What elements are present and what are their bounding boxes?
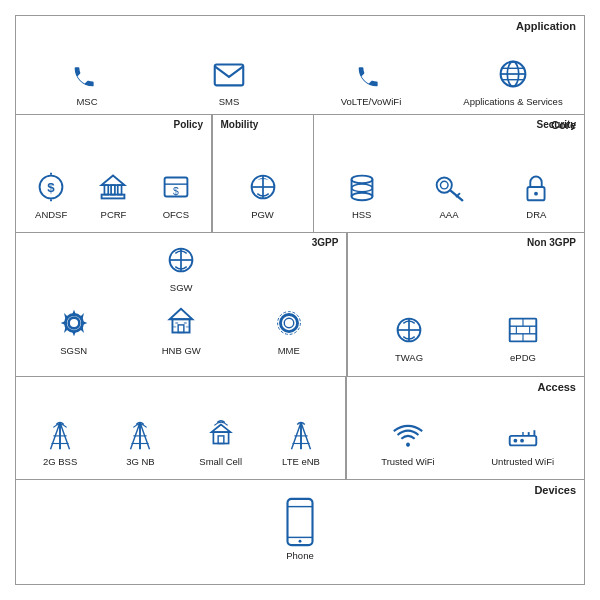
security-label: Security	[537, 119, 576, 130]
svg-rect-39	[178, 325, 184, 333]
svg-rect-10	[112, 185, 116, 195]
icon-hss: HSS	[318, 168, 405, 226]
icon-untrustedwifi: Untrusted WiFi	[465, 415, 580, 473]
row-application: Application MSC SMS VoLTE/VoWiFi	[16, 16, 584, 115]
sgsn-label: SGSN	[60, 345, 87, 356]
svg-point-85	[299, 540, 302, 543]
icon-hnbgw: HNB GW	[127, 304, 234, 362]
ofcs-icon: $	[157, 168, 195, 206]
svg-point-25	[437, 177, 452, 192]
svg-point-34	[68, 317, 79, 328]
epdg-icon	[504, 311, 542, 349]
devices-label: Devices	[534, 484, 576, 496]
3g-tower-icon	[121, 415, 159, 453]
gear-icon	[55, 304, 93, 342]
access-left: 2G BSS 3G NB	[16, 377, 345, 480]
svg-point-19	[351, 176, 372, 184]
lock-icon	[517, 168, 555, 206]
icon-smallcell: Small Cell	[181, 415, 261, 473]
svg-rect-11	[118, 185, 122, 195]
icon-andsf: $ ANDSF	[20, 168, 82, 226]
icon-sgsn: SGSN	[20, 304, 127, 362]
icon-sgw: SGW	[141, 241, 221, 299]
svg-point-45	[284, 318, 294, 328]
non3gpp-label: Non 3GPP	[527, 237, 576, 248]
icon-volte: VoLTE/VoWiFi	[300, 16, 442, 114]
hss-label: HSS	[352, 209, 372, 220]
andsf-icon: $	[32, 168, 70, 206]
aaa-label: AAA	[439, 209, 458, 220]
svg-rect-42	[173, 326, 177, 328]
svg-point-78	[520, 439, 524, 443]
icon-pgw: PGW	[217, 168, 309, 226]
svg-point-24	[351, 184, 372, 192]
svg-rect-43	[186, 326, 190, 328]
icon-sms: SMS	[158, 16, 300, 114]
house-wall-icon	[162, 304, 200, 342]
pgw-icon	[244, 168, 282, 206]
bank-icon	[94, 168, 132, 206]
policy-label: Policy	[174, 119, 203, 130]
3gpp-panel: 3GPP SGW	[16, 233, 346, 375]
svg-point-30	[534, 192, 538, 196]
row-access: Access 2G BSS	[16, 377, 584, 481]
svg-point-36	[69, 318, 79, 328]
sgw-icon	[162, 241, 200, 279]
mobility-label: Mobility	[221, 119, 259, 130]
main-diagram: Application MSC SMS VoLTE/VoWiFi	[15, 15, 585, 585]
envelope-icon	[210, 55, 248, 93]
svg-point-26	[440, 181, 448, 189]
sms-label: SMS	[219, 96, 240, 107]
volte-label: VoLTE/VoWiFi	[341, 96, 402, 107]
svg-text:$: $	[47, 180, 55, 195]
svg-rect-9	[105, 185, 109, 195]
apps-label: Applications & Services	[463, 96, 562, 107]
phone-label: Phone	[286, 550, 313, 561]
svg-point-75	[406, 442, 410, 446]
tower-icon	[41, 415, 79, 453]
globe-icon	[494, 55, 532, 93]
mobility-panel: Mobility PGW	[213, 115, 313, 233]
icon-2gbss: 2G BSS	[20, 415, 100, 473]
smallcell-label: Small Cell	[199, 456, 242, 467]
icon-mme: MME	[235, 304, 342, 362]
untrustedwifi-label: Untrusted WiFi	[491, 456, 554, 467]
svg-point-23	[351, 193, 372, 201]
lte-tower-icon	[282, 415, 320, 453]
icon-phone: Phone	[16, 497, 584, 567]
2gbss-label: 2G BSS	[43, 456, 77, 467]
row-core: Core Policy $ ANDSF	[16, 115, 584, 234]
non3gpp-panel: Non 3GPP TWAG	[348, 233, 584, 375]
icon-3gnb: 3G NB	[100, 415, 180, 473]
cylinder-icon	[343, 168, 381, 206]
ofcs-label: OFCS	[163, 209, 189, 220]
row-devices: Devices Phone	[16, 480, 584, 584]
mme-label: MME	[278, 345, 300, 356]
icon-epdg: ePDG	[466, 311, 580, 369]
sgw-label: SGW	[170, 282, 193, 293]
icon-lteenb: LTE eNB	[261, 415, 341, 473]
svg-marker-12	[102, 176, 125, 186]
msc-label: MSC	[76, 96, 97, 107]
access-label: Access	[537, 381, 576, 393]
svg-rect-0	[215, 65, 244, 86]
smartphone-icon	[284, 497, 316, 547]
key-icon	[430, 168, 468, 206]
svg-marker-37	[170, 308, 193, 318]
svg-rect-68	[213, 432, 228, 443]
3gpp-label: 3GPP	[312, 237, 339, 248]
hnbgw-label: HNB GW	[162, 345, 201, 356]
phone-icon	[68, 55, 106, 93]
twag-icon	[390, 311, 428, 349]
mme-gear-icon	[270, 304, 308, 342]
row-3gpp: 3GPP SGW	[16, 233, 584, 376]
small-cell-icon	[202, 415, 240, 453]
pgw-label: PGW	[251, 209, 274, 220]
pcrf-label: PCRF	[101, 209, 127, 220]
volte-phone-icon	[352, 55, 390, 93]
svg-point-77	[513, 439, 517, 443]
svg-rect-82	[288, 499, 313, 545]
icon-trustedwifi: Trusted WiFi	[351, 415, 466, 473]
svg-rect-41	[184, 322, 187, 324]
security-panel: Security HSS	[314, 115, 584, 233]
